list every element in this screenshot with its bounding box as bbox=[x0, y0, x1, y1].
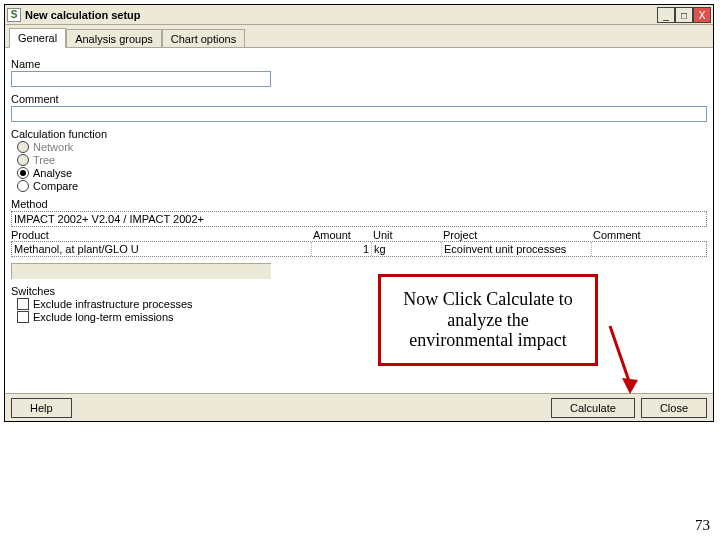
cell-project[interactable]: Ecoinvent unit processes bbox=[442, 242, 592, 256]
name-label: Name bbox=[11, 58, 707, 70]
col-product: Product bbox=[11, 229, 313, 241]
tab-analysis-groups[interactable]: Analysis groups bbox=[66, 29, 162, 48]
method-value: IMPACT 2002+ V2.04 / IMPACT 2002+ bbox=[14, 213, 204, 225]
radio-network: Network bbox=[17, 141, 707, 153]
col-unit: Unit bbox=[373, 229, 443, 241]
method-label: Method bbox=[11, 198, 707, 210]
col-comment: Comment bbox=[593, 229, 703, 241]
radio-analyse-label: Analyse bbox=[33, 167, 72, 179]
radio-tree: Tree bbox=[17, 154, 707, 166]
switch-exclude-infra[interactable]: Exclude infrastructure processes bbox=[17, 298, 707, 310]
switch-exclude-longterm-label: Exclude long-term emissions bbox=[33, 311, 174, 323]
svg-marker-1 bbox=[622, 378, 638, 394]
tab-chart-options[interactable]: Chart options bbox=[162, 29, 245, 48]
close-window-button[interactable]: X bbox=[693, 7, 711, 23]
titlebar: S New calculation setup _ □ X bbox=[5, 5, 713, 25]
help-button[interactable]: Help bbox=[11, 398, 72, 418]
maximize-button[interactable]: □ bbox=[675, 7, 693, 23]
switch-exclude-infra-label: Exclude infrastructure processes bbox=[33, 298, 193, 310]
close-button[interactable]: Close bbox=[641, 398, 707, 418]
svg-line-0 bbox=[610, 326, 630, 384]
switches-label: Switches bbox=[11, 285, 707, 297]
app-icon: S bbox=[7, 8, 21, 22]
col-amount: Amount bbox=[313, 229, 373, 241]
gray-block bbox=[11, 263, 271, 279]
cell-product[interactable]: Methanol, at plant/GLO U bbox=[12, 242, 312, 256]
page-number: 73 bbox=[695, 517, 710, 534]
cell-unit[interactable]: kg bbox=[372, 242, 442, 256]
product-row[interactable]: Methanol, at plant/GLO U 1 kg Ecoinvent … bbox=[11, 241, 707, 257]
radio-analyse-input[interactable] bbox=[17, 167, 29, 179]
comment-input[interactable] bbox=[11, 106, 707, 122]
col-project: Project bbox=[443, 229, 593, 241]
comment-label: Comment bbox=[11, 93, 707, 105]
radio-analyse[interactable]: Analyse bbox=[17, 167, 707, 179]
radio-tree-input bbox=[17, 154, 29, 166]
calc-function-label: Calculation function bbox=[11, 128, 707, 140]
window-title: New calculation setup bbox=[25, 9, 141, 21]
radio-compare-input[interactable] bbox=[17, 180, 29, 192]
switch-exclude-infra-input[interactable] bbox=[17, 298, 29, 310]
minimize-button[interactable]: _ bbox=[657, 7, 675, 23]
annotation-callout: Now Click Calculate to analyze the envir… bbox=[378, 274, 598, 366]
radio-network-label: Network bbox=[33, 141, 73, 153]
radio-network-input bbox=[17, 141, 29, 153]
tabstrip: General Analysis groups Chart options bbox=[5, 25, 713, 47]
method-input[interactable]: IMPACT 2002+ V2.04 / IMPACT 2002+ bbox=[11, 211, 707, 227]
cell-amount[interactable]: 1 bbox=[312, 242, 372, 256]
radio-compare-label: Compare bbox=[33, 180, 78, 192]
radio-compare[interactable]: Compare bbox=[17, 180, 707, 192]
product-grid-header: Product Amount Unit Project Comment bbox=[11, 229, 707, 241]
cell-comment[interactable] bbox=[592, 242, 702, 256]
tab-general[interactable]: General bbox=[9, 28, 66, 48]
switch-exclude-longterm-input[interactable] bbox=[17, 311, 29, 323]
radio-tree-label: Tree bbox=[33, 154, 55, 166]
annotation-arrow-icon bbox=[604, 322, 644, 402]
name-input[interactable] bbox=[11, 71, 271, 87]
